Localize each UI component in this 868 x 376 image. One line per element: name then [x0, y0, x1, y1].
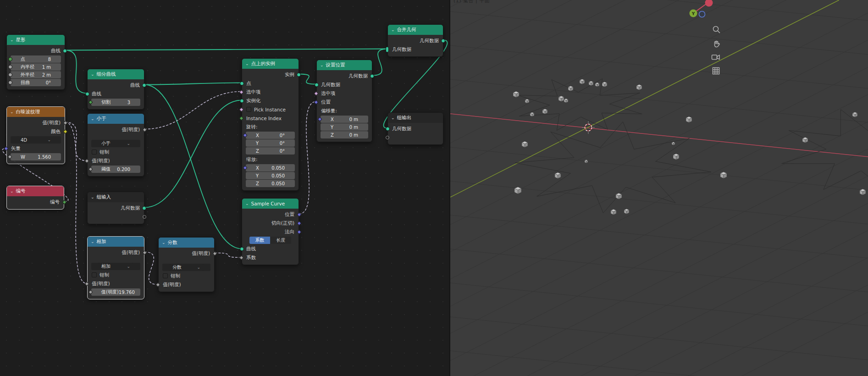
socket-几何数据[interactable] — [441, 39, 445, 43]
socket-点[interactable] — [240, 81, 244, 85]
socket-实例[interactable] — [297, 72, 301, 77]
node-add[interactable]: ⌄相加值(明度)相加⌄钳制值(明度)值(明度)19.760 — [87, 236, 144, 299]
socket-颜色[interactable] — [63, 129, 68, 134]
collapse-chevron-icon[interactable]: ⌄ — [91, 72, 94, 77]
socket-几何数据[interactable] — [142, 206, 146, 210]
collapse-chevron-icon[interactable]: ⌄ — [391, 116, 395, 120]
socket-切向(正切)[interactable] — [297, 221, 302, 226]
node-index[interactable]: ⌄编号编号 — [6, 186, 64, 210]
pan-hand-icon[interactable] — [715, 41, 720, 47]
socket-曲线[interactable] — [142, 83, 146, 87]
socket-值(明度)[interactable] — [213, 251, 217, 256]
dropdown[interactable]: 小于⌄ — [98, 140, 133, 147]
node-groupin[interactable]: ⌄组输入几何数据 — [87, 192, 144, 224]
node-header-setpos[interactable]: ⌄设置位置 — [317, 60, 372, 70]
collapse-chevron-icon[interactable]: ⌄ — [91, 240, 94, 244]
socket-选中项[interactable] — [239, 90, 244, 94]
node-header-groupin[interactable]: ⌄组输入 — [88, 192, 144, 202]
socket-值(明度)[interactable] — [156, 282, 160, 287]
collapse-chevron-icon[interactable]: ⌄ — [10, 189, 14, 194]
node-setpos[interactable]: ⌄设置位置几何数据几何数据选中项位置偏移量:X0 mY0 mZ0 m — [316, 60, 372, 142]
socket-值(明度)[interactable] — [143, 127, 147, 132]
socket-矢量[interactable] — [4, 146, 9, 151]
node-header-join[interactable]: ⌄合并几何 — [388, 25, 443, 35]
node-header-index[interactable]: ⌄编号 — [7, 186, 64, 196]
value-field[interactable]: Z0° — [253, 147, 288, 155]
node-noise[interactable]: ⌄白噪波纹理值(明度)颜色4D⌄矢量W1.560 — [6, 106, 65, 164]
socket-几何数据[interactable] — [370, 74, 374, 78]
socket-Pick Instance[interactable] — [239, 107, 244, 112]
3d-viewport[interactable]: Y — [449, 0, 868, 376]
segment-button[interactable]: 长度 — [271, 237, 291, 244]
collapse-chevron-icon[interactable]: ⌄ — [10, 38, 14, 42]
socket-值(明度)[interactable] — [85, 159, 89, 163]
collapse-chevron-icon[interactable]: ⌄ — [245, 62, 249, 66]
value-field[interactable]: Y0 m — [327, 123, 361, 131]
socket-阈值[interactable] — [88, 167, 93, 171]
socket-曲线[interactable] — [85, 92, 89, 96]
node-fraction[interactable]: ⌄分数值(明度)分数⌄钳制值(明度) — [158, 237, 215, 292]
socket-值(明度)[interactable] — [88, 290, 93, 294]
checkbox[interactable] — [92, 149, 97, 155]
socket-选中项[interactable] — [314, 91, 319, 96]
value-field[interactable]: 扭曲0° — [17, 79, 54, 86]
socket-法向[interactable] — [297, 230, 302, 234]
orthographic-grid-icon[interactable] — [713, 68, 719, 74]
value-field[interactable]: Y0° — [253, 139, 288, 147]
socket-X[interactable] — [318, 117, 322, 122]
segment-button[interactable]: 系数 — [249, 237, 270, 244]
collapse-chevron-icon[interactable]: ⌄ — [91, 195, 94, 199]
node-subdiv[interactable]: ⌄细分曲线曲线曲线切割3 — [87, 69, 144, 110]
node-join[interactable]: ⌄合并几何几何数据几何数据 — [387, 24, 443, 57]
checkbox[interactable] — [92, 272, 97, 277]
dropdown[interactable]: 分数⌄ — [169, 264, 204, 271]
socket-实例化[interactable] — [240, 99, 244, 103]
checkbox[interactable] — [163, 273, 168, 278]
value-field[interactable]: W1.560 — [17, 153, 54, 160]
socket-切割[interactable] — [88, 100, 93, 105]
geometry-node-editor[interactable]: ⌄星形曲线点8内半径1 m外半径2 m扭曲0°⌄白噪波纹理值(明度)颜色4D⌄矢… — [0, 0, 449, 376]
value-field[interactable]: 外半径2 m — [17, 71, 54, 78]
zoom-icon[interactable] — [713, 27, 720, 33]
value-field[interactable]: 点8 — [17, 55, 54, 63]
node-star[interactable]: ⌄星形曲线点8内半径1 m外半径2 m扭曲0° — [6, 34, 65, 90]
socket-位置[interactable] — [297, 212, 302, 217]
dropdown[interactable]: 4D⌄ — [17, 136, 54, 144]
socket-X[interactable] — [243, 166, 248, 170]
camera-icon[interactable] — [712, 55, 720, 60]
socket-外半径[interactable] — [8, 73, 12, 77]
node-header-fraction[interactable]: ⌄分数 — [159, 238, 214, 248]
node-sample[interactable]: ⌄Sample Curve位置切向(正切)法向系数长度曲线系数 — [242, 198, 299, 265]
socket-几何数据[interactable] — [315, 83, 319, 87]
value-field[interactable]: Y0.050 — [253, 172, 288, 179]
node-header-less[interactable]: ⌄小于 — [88, 114, 144, 124]
value-field[interactable]: Z0.050 — [253, 180, 288, 187]
socket-扭曲[interactable] — [8, 81, 12, 85]
value-field[interactable]: 值(明度)19.760 — [98, 288, 138, 296]
socket-几何数据[interactable] — [386, 46, 389, 52]
node-header-star[interactable]: ⌄星形 — [7, 35, 65, 45]
value-field[interactable]: X0.050 — [253, 164, 288, 171]
node-header-noise[interactable]: ⌄白噪波纹理 — [7, 107, 65, 117]
gizmo-x-axis-ball[interactable] — [705, 0, 713, 7]
socket-系数[interactable] — [239, 255, 244, 260]
socket-值(明度)[interactable] — [85, 282, 89, 286]
node-header-sample[interactable]: ⌄Sample Curve — [242, 199, 299, 209]
socket-点[interactable] — [8, 57, 12, 61]
checkbox[interactable] — [246, 107, 251, 112]
socket-几何数据[interactable] — [386, 127, 390, 131]
value-field[interactable]: 阈值0.200 — [98, 166, 133, 173]
socket-位置[interactable] — [314, 100, 319, 105]
navigation-gizmo[interactable]: Y — [690, 0, 713, 17]
node-header-subdiv[interactable]: ⌄细分曲线 — [88, 69, 144, 79]
socket-曲线[interactable] — [240, 247, 244, 251]
socket-值(明度)[interactable] — [143, 250, 147, 255]
collapse-chevron-icon[interactable]: ⌄ — [320, 63, 324, 67]
value-field[interactable]: X0 m — [327, 116, 361, 123]
socket-Instance Index[interactable] — [239, 116, 244, 121]
socket-曲线[interactable] — [63, 49, 67, 53]
collapse-chevron-icon[interactable]: ⌄ — [10, 110, 14, 114]
socket-X[interactable] — [243, 133, 248, 138]
node-instance[interactable]: ⌄点上的实例实例点选中项实例化Pick InstanceInstance Ind… — [242, 58, 299, 191]
dropdown[interactable]: 相加⌄ — [98, 263, 133, 270]
